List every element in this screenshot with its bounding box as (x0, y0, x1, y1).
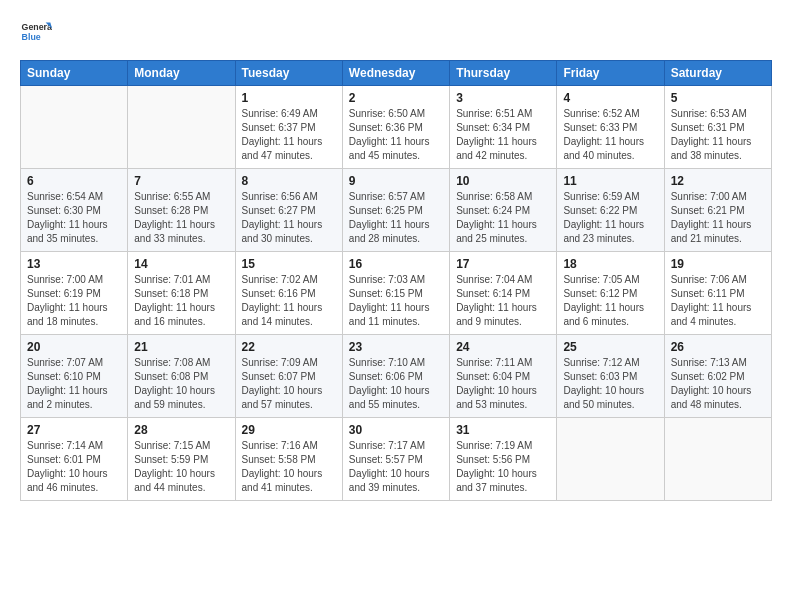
day-info: Sunrise: 6:53 AMSunset: 6:31 PMDaylight:… (671, 107, 765, 163)
day-number: 18 (563, 257, 657, 271)
calendar-cell: 26Sunrise: 7:13 AMSunset: 6:02 PMDayligh… (664, 335, 771, 418)
day-number: 19 (671, 257, 765, 271)
day-info: Sunrise: 6:56 AMSunset: 6:27 PMDaylight:… (242, 190, 336, 246)
calendar-cell (664, 418, 771, 501)
calendar-cell: 27Sunrise: 7:14 AMSunset: 6:01 PMDayligh… (21, 418, 128, 501)
day-info: Sunrise: 7:01 AMSunset: 6:18 PMDaylight:… (134, 273, 228, 329)
day-number: 9 (349, 174, 443, 188)
day-info: Sunrise: 7:16 AMSunset: 5:58 PMDaylight:… (242, 439, 336, 495)
day-info: Sunrise: 7:11 AMSunset: 6:04 PMDaylight:… (456, 356, 550, 412)
day-info: Sunrise: 7:03 AMSunset: 6:15 PMDaylight:… (349, 273, 443, 329)
day-info: Sunrise: 6:59 AMSunset: 6:22 PMDaylight:… (563, 190, 657, 246)
day-number: 17 (456, 257, 550, 271)
calendar-cell: 14Sunrise: 7:01 AMSunset: 6:18 PMDayligh… (128, 252, 235, 335)
calendar-cell: 24Sunrise: 7:11 AMSunset: 6:04 PMDayligh… (450, 335, 557, 418)
logo-icon: General Blue (20, 16, 52, 48)
calendar-week-row: 20Sunrise: 7:07 AMSunset: 6:10 PMDayligh… (21, 335, 772, 418)
day-info: Sunrise: 7:17 AMSunset: 5:57 PMDaylight:… (349, 439, 443, 495)
day-number: 30 (349, 423, 443, 437)
day-info: Sunrise: 6:55 AMSunset: 6:28 PMDaylight:… (134, 190, 228, 246)
calendar-cell: 18Sunrise: 7:05 AMSunset: 6:12 PMDayligh… (557, 252, 664, 335)
day-info: Sunrise: 6:49 AMSunset: 6:37 PMDaylight:… (242, 107, 336, 163)
weekday-header-friday: Friday (557, 61, 664, 86)
day-info: Sunrise: 7:02 AMSunset: 6:16 PMDaylight:… (242, 273, 336, 329)
day-info: Sunrise: 7:13 AMSunset: 6:02 PMDaylight:… (671, 356, 765, 412)
calendar-cell: 12Sunrise: 7:00 AMSunset: 6:21 PMDayligh… (664, 169, 771, 252)
calendar-cell: 5Sunrise: 6:53 AMSunset: 6:31 PMDaylight… (664, 86, 771, 169)
weekday-header-wednesday: Wednesday (342, 61, 449, 86)
day-number: 22 (242, 340, 336, 354)
calendar-cell: 8Sunrise: 6:56 AMSunset: 6:27 PMDaylight… (235, 169, 342, 252)
calendar-cell: 20Sunrise: 7:07 AMSunset: 6:10 PMDayligh… (21, 335, 128, 418)
day-info: Sunrise: 7:00 AMSunset: 6:19 PMDaylight:… (27, 273, 121, 329)
calendar-cell: 10Sunrise: 6:58 AMSunset: 6:24 PMDayligh… (450, 169, 557, 252)
day-number: 10 (456, 174, 550, 188)
weekday-header-thursday: Thursday (450, 61, 557, 86)
day-info: Sunrise: 7:06 AMSunset: 6:11 PMDaylight:… (671, 273, 765, 329)
calendar-cell: 6Sunrise: 6:54 AMSunset: 6:30 PMDaylight… (21, 169, 128, 252)
calendar-cell: 22Sunrise: 7:09 AMSunset: 6:07 PMDayligh… (235, 335, 342, 418)
day-number: 3 (456, 91, 550, 105)
calendar-table: SundayMondayTuesdayWednesdayThursdayFrid… (20, 60, 772, 501)
day-number: 7 (134, 174, 228, 188)
calendar-week-row: 27Sunrise: 7:14 AMSunset: 6:01 PMDayligh… (21, 418, 772, 501)
calendar-week-row: 6Sunrise: 6:54 AMSunset: 6:30 PMDaylight… (21, 169, 772, 252)
day-info: Sunrise: 7:19 AMSunset: 5:56 PMDaylight:… (456, 439, 550, 495)
day-info: Sunrise: 7:04 AMSunset: 6:14 PMDaylight:… (456, 273, 550, 329)
day-number: 5 (671, 91, 765, 105)
day-info: Sunrise: 7:00 AMSunset: 6:21 PMDaylight:… (671, 190, 765, 246)
day-info: Sunrise: 6:54 AMSunset: 6:30 PMDaylight:… (27, 190, 121, 246)
day-info: Sunrise: 7:08 AMSunset: 6:08 PMDaylight:… (134, 356, 228, 412)
calendar-cell: 3Sunrise: 6:51 AMSunset: 6:34 PMDaylight… (450, 86, 557, 169)
day-info: Sunrise: 6:51 AMSunset: 6:34 PMDaylight:… (456, 107, 550, 163)
day-info: Sunrise: 7:05 AMSunset: 6:12 PMDaylight:… (563, 273, 657, 329)
day-number: 25 (563, 340, 657, 354)
calendar-cell: 16Sunrise: 7:03 AMSunset: 6:15 PMDayligh… (342, 252, 449, 335)
day-number: 16 (349, 257, 443, 271)
day-number: 21 (134, 340, 228, 354)
svg-text:Blue: Blue (22, 32, 41, 42)
calendar-cell: 23Sunrise: 7:10 AMSunset: 6:06 PMDayligh… (342, 335, 449, 418)
weekday-header-row: SundayMondayTuesdayWednesdayThursdayFrid… (21, 61, 772, 86)
day-number: 20 (27, 340, 121, 354)
calendar-cell: 9Sunrise: 6:57 AMSunset: 6:25 PMDaylight… (342, 169, 449, 252)
calendar-cell: 4Sunrise: 6:52 AMSunset: 6:33 PMDaylight… (557, 86, 664, 169)
page-header: General Blue (20, 16, 772, 48)
day-info: Sunrise: 7:15 AMSunset: 5:59 PMDaylight:… (134, 439, 228, 495)
calendar-cell: 15Sunrise: 7:02 AMSunset: 6:16 PMDayligh… (235, 252, 342, 335)
day-number: 2 (349, 91, 443, 105)
calendar-cell: 29Sunrise: 7:16 AMSunset: 5:58 PMDayligh… (235, 418, 342, 501)
day-number: 4 (563, 91, 657, 105)
day-number: 24 (456, 340, 550, 354)
calendar-cell: 31Sunrise: 7:19 AMSunset: 5:56 PMDayligh… (450, 418, 557, 501)
day-number: 29 (242, 423, 336, 437)
weekday-header-tuesday: Tuesday (235, 61, 342, 86)
calendar-cell: 25Sunrise: 7:12 AMSunset: 6:03 PMDayligh… (557, 335, 664, 418)
day-number: 8 (242, 174, 336, 188)
calendar-cell: 28Sunrise: 7:15 AMSunset: 5:59 PMDayligh… (128, 418, 235, 501)
day-number: 13 (27, 257, 121, 271)
weekday-header-sunday: Sunday (21, 61, 128, 86)
calendar-cell (128, 86, 235, 169)
day-number: 1 (242, 91, 336, 105)
day-number: 6 (27, 174, 121, 188)
day-number: 31 (456, 423, 550, 437)
day-info: Sunrise: 7:07 AMSunset: 6:10 PMDaylight:… (27, 356, 121, 412)
day-info: Sunrise: 6:50 AMSunset: 6:36 PMDaylight:… (349, 107, 443, 163)
day-number: 15 (242, 257, 336, 271)
calendar-cell: 19Sunrise: 7:06 AMSunset: 6:11 PMDayligh… (664, 252, 771, 335)
day-number: 26 (671, 340, 765, 354)
day-number: 23 (349, 340, 443, 354)
calendar-cell: 2Sunrise: 6:50 AMSunset: 6:36 PMDaylight… (342, 86, 449, 169)
day-info: Sunrise: 6:52 AMSunset: 6:33 PMDaylight:… (563, 107, 657, 163)
day-number: 14 (134, 257, 228, 271)
calendar-cell: 17Sunrise: 7:04 AMSunset: 6:14 PMDayligh… (450, 252, 557, 335)
weekday-header-monday: Monday (128, 61, 235, 86)
day-number: 11 (563, 174, 657, 188)
day-info: Sunrise: 7:10 AMSunset: 6:06 PMDaylight:… (349, 356, 443, 412)
calendar-cell: 21Sunrise: 7:08 AMSunset: 6:08 PMDayligh… (128, 335, 235, 418)
logo: General Blue (20, 16, 52, 48)
calendar-cell: 7Sunrise: 6:55 AMSunset: 6:28 PMDaylight… (128, 169, 235, 252)
weekday-header-saturday: Saturday (664, 61, 771, 86)
day-number: 28 (134, 423, 228, 437)
